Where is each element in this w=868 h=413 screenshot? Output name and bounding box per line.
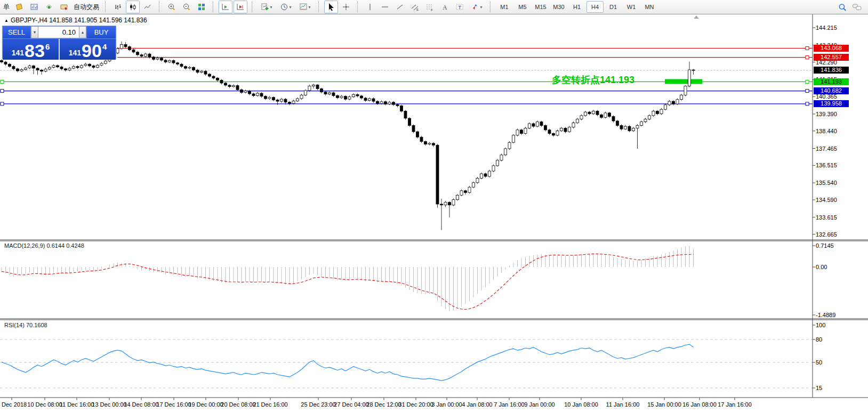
line-handle[interactable]: [1, 80, 4, 83]
new-order-label[interactable]: 单: [3, 3, 10, 12]
market-watch-button[interactable]: [27, 1, 41, 13]
line-chart-icon: [143, 3, 152, 11]
toolbar-separator: [105, 2, 109, 12]
text-icon: A: [440, 3, 449, 11]
fibonacci-icon: F: [425, 3, 434, 11]
one-click-trade-panel: SELL ▼ ▲ BUY 141 83 6 141 90 4: [2, 26, 116, 59]
indicator-axis-label: 50: [816, 359, 854, 366]
timeframe-d1-button[interactable]: D1: [605, 1, 622, 13]
macd-layer: [2, 246, 694, 311]
trendline-icon: [396, 3, 404, 11]
time-axis-label: 21 Dec 16:00: [245, 401, 296, 408]
horizontal-line-button[interactable]: [378, 1, 392, 13]
crosshair-icon: [342, 3, 350, 11]
price-axis-label: 138.440: [816, 128, 854, 134]
buy-price[interactable]: 141 90 4: [60, 39, 116, 60]
timeframe-h1-button[interactable]: H1: [568, 1, 585, 13]
line-chart-button[interactable]: [141, 1, 155, 13]
tile-windows-button[interactable]: [195, 1, 208, 13]
sell-price-big: 83: [25, 43, 45, 59]
price-badge-142.557: 142.557: [814, 54, 849, 61]
indicator-axis-label: 0.7145: [816, 242, 854, 249]
candles-layer: [1, 42, 695, 230]
pivot-annotation-text[interactable]: 多空转折点141.193: [552, 74, 634, 86]
svg-text:T: T: [459, 5, 462, 10]
candlestick-chart-button[interactable]: [126, 1, 140, 13]
price-axis-label: 133.615: [816, 214, 854, 221]
toolbar-separator: [252, 2, 255, 12]
price-badge-139.958: 139.958: [814, 100, 849, 107]
bar-chart-icon: [114, 3, 122, 11]
label-button[interactable]: T: [453, 1, 467, 13]
trendline-button[interactable]: [393, 1, 407, 13]
timeframe-m15-button[interactable]: M15: [532, 1, 549, 13]
equidistant-channel-icon: E: [411, 3, 419, 11]
toolbar-separator: [213, 2, 216, 12]
price-axis-label: 137.465: [816, 145, 854, 152]
time-axis-label: 17 Jan 16:00: [709, 401, 760, 408]
buy-button[interactable]: BUY: [86, 26, 116, 38]
horizontal-line-icon: [381, 3, 389, 11]
notepad-button[interactable]: [12, 1, 26, 13]
signals-button[interactable]: [42, 1, 56, 13]
symbol-marker-icon: ▲: [4, 18, 9, 23]
chart-shift-icon: [236, 3, 245, 11]
autotrade-button[interactable]: [57, 1, 71, 13]
templates-icon: [299, 3, 308, 11]
fibonacci-button[interactable]: F: [423, 1, 437, 13]
autotrade-icon: [60, 3, 68, 11]
line-handle[interactable]: [1, 90, 4, 93]
line-handle[interactable]: [806, 90, 809, 93]
line-handle[interactable]: [806, 102, 809, 106]
sell-price[interactable]: 141 83 6: [3, 39, 60, 60]
main-toolbar: 单自动交易▾▾▾EFAT▾M1M5M15M30H1H4D1W1MN: [0, 0, 868, 14]
periods-button[interactable]: ▾: [277, 1, 295, 13]
timeframe-m30-button[interactable]: M30: [550, 1, 567, 13]
notepad-icon: [15, 3, 23, 11]
zoom-out-button[interactable]: [180, 1, 194, 13]
text-button[interactable]: A: [438, 1, 452, 13]
zoom-in-button[interactable]: [165, 1, 179, 13]
indicators-button[interactable]: ▾: [258, 1, 276, 13]
search-button[interactable]: [835, 1, 849, 14]
timeframe-m5-button[interactable]: M5: [514, 1, 531, 13]
volume-input[interactable]: [38, 26, 79, 38]
indicator-axis-label: 100: [816, 322, 854, 328]
line-handle[interactable]: [806, 80, 809, 83]
toolbar-separator: [490, 2, 494, 12]
volume-increment-button[interactable]: ▲: [79, 26, 86, 38]
timeframe-m1-button[interactable]: M1: [496, 1, 513, 13]
price-badge-140.682: 140.682: [814, 87, 849, 94]
chat-button[interactable]: [850, 1, 864, 14]
label-icon: T: [455, 3, 464, 11]
cursor-button[interactable]: [324, 1, 338, 13]
vertical-line-button[interactable]: [363, 1, 377, 13]
volume-decrement-button[interactable]: ▼: [31, 26, 38, 38]
indicator-axis-label: 15: [816, 385, 854, 391]
timeframe-mn-button[interactable]: MN: [641, 1, 658, 13]
arrows-button[interactable]: ▾: [468, 1, 486, 13]
chart-window[interactable]: ▲GBPJPY-,H4 141.858 141.905 141.596 141.…: [0, 0, 868, 413]
sell-button[interactable]: SELL: [3, 26, 31, 38]
chevron-down-icon: ▾: [308, 5, 310, 10]
price-badge-141.836: 141.836: [814, 67, 849, 74]
zoom-out-icon: [182, 3, 191, 11]
line-handle[interactable]: [806, 56, 809, 59]
chart-shift-marker-icon[interactable]: [694, 15, 699, 19]
autotrade-label: 自动交易: [74, 3, 99, 12]
pivot-highlight-bar[interactable]: [665, 79, 702, 84]
sell-price-pip: 6: [45, 42, 50, 51]
line-handle[interactable]: [1, 102, 4, 106]
timeframe-w1-button[interactable]: W1: [623, 1, 640, 13]
chart-canvas[interactable]: [0, 0, 868, 413]
crosshair-button[interactable]: [339, 1, 353, 13]
price-axis-label: 136.515: [816, 162, 854, 168]
chart-shift-button[interactable]: [234, 1, 247, 13]
bar-chart-button[interactable]: [111, 1, 125, 13]
templates-button[interactable]: ▾: [296, 1, 314, 13]
auto-scroll-button[interactable]: [219, 1, 232, 13]
timeframe-h4-button[interactable]: H4: [586, 1, 604, 13]
equidistant-channel-button[interactable]: E: [408, 1, 422, 13]
line-handle[interactable]: [806, 46, 809, 50]
price-badge-143.068: 143.068: [814, 45, 849, 52]
